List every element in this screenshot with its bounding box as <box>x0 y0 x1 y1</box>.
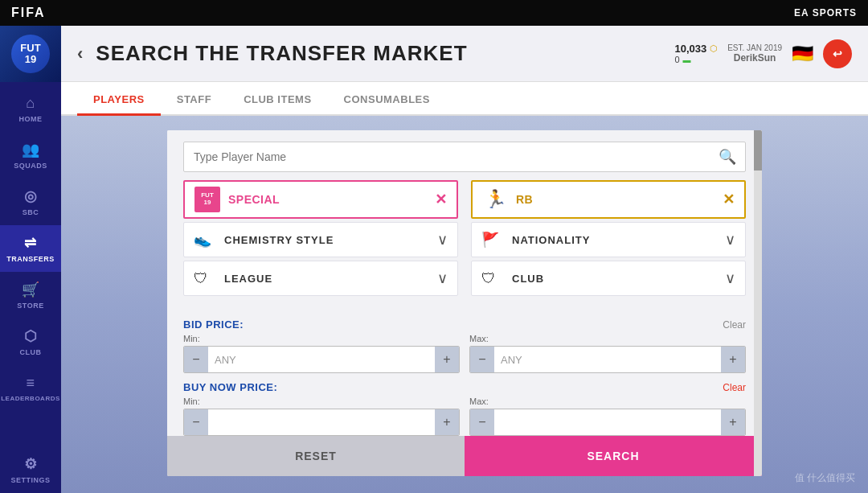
chemistry-style-filter[interactable]: 👟 CHEMISTRY STYLE ∨ <box>183 222 458 257</box>
sidebar-item-home[interactable]: ⌂ HOME <box>0 85 61 132</box>
balance-icon: ▬ <box>683 55 691 64</box>
flag-icon: 🇩🇪 <box>792 43 813 64</box>
quality-label: SPECIAL <box>228 193 280 206</box>
bid-price-max-stepper: − + <box>469 346 746 373</box>
right-filter-col: 🏃 RB ✕ 🚩 NATIONALITY ∨ 🛡 <box>465 180 746 312</box>
buy-now-price-max-stepper: − + <box>469 409 746 436</box>
username: DerikSun <box>727 52 782 64</box>
league-filter[interactable]: 🛡 LEAGUE ∨ <box>183 261 458 296</box>
buy-now-price-min-stepper: − + <box>183 409 460 436</box>
home-icon: ⌂ <box>26 95 35 112</box>
tabs-bar: PLAYERS STAFF CLUB ITEMS CONSUMABLES <box>61 82 868 116</box>
sidebar-item-sbc-label: SBC <box>23 208 39 216</box>
chemistry-style-chevron-icon: ∨ <box>437 231 448 249</box>
tab-club-items[interactable]: CLUB ITEMS <box>227 93 327 116</box>
panel-scrollbar[interactable] <box>754 130 762 476</box>
fut-logo: FUT 19 <box>11 35 50 73</box>
main-layout: FUT 19 ⌂ HOME 👥 SQUADS ◎ SBC ⇌ TRANSFERS… <box>0 26 868 493</box>
buy-now-price-min-decrease-button[interactable]: − <box>184 409 208 435</box>
bid-price-min-stepper: − + <box>183 346 460 373</box>
position-close-icon[interactable]: ✕ <box>723 191 735 208</box>
quality-selector[interactable]: FUT 19 SPECIAL ✕ <box>183 180 458 219</box>
sidebar-item-leaderboards-label: LEADERBOARDS <box>1 395 60 402</box>
bid-price-min-group: Min: − + <box>183 334 460 373</box>
est-label: EST. JAN 2019 <box>727 43 782 52</box>
quality-icon: FUT 19 <box>194 187 220 212</box>
bid-price-label: BID PRICE: <box>183 318 244 331</box>
search-panel: 🔍 FUT 19 SPECIAL ✕ <box>167 130 762 476</box>
sidebar-item-sbc[interactable]: ◎ SBC <box>0 179 61 225</box>
nationality-icon: 🚩 <box>481 231 504 249</box>
buy-now-price-section: BUY NOW PRICE: Clear Min: − + <box>167 375 762 436</box>
coins-value: 10,033 <box>674 43 706 55</box>
position-selector[interactable]: 🏃 RB ✕ <box>471 180 746 219</box>
buy-now-price-max-decrease-button[interactable]: − <box>470 409 494 435</box>
position-icon: 🏃 <box>482 187 508 212</box>
page-title: SEARCH THE TRANSFER MARKET <box>96 41 674 66</box>
sidebar-item-transfers[interactable]: ⇌ TRANSFERS <box>0 225 61 272</box>
bid-price-clear-button[interactable]: Clear <box>723 319 746 331</box>
bid-price-max-decrease-button[interactable]: − <box>470 347 494 372</box>
buy-now-price-label: BUY NOW PRICE: <box>183 381 277 393</box>
club-icon: ⬡ <box>24 327 38 345</box>
tab-players[interactable]: PLAYERS <box>77 93 161 116</box>
leaderboards-icon: ≡ <box>26 375 35 392</box>
player-name-section: 🔍 <box>167 130 762 180</box>
panel-scrollbar-thumb[interactable] <box>754 130 762 170</box>
buy-now-price-min-label: Min: <box>183 396 460 406</box>
buy-now-price-max-label: Max: <box>469 396 746 406</box>
bid-price-inputs: Min: − + Max: − + <box>183 334 746 373</box>
est-info: EST. JAN 2019 DerikSun <box>727 43 782 64</box>
content-area: ‹ SEARCH THE TRANSFER MARKET 10,033 ⬡ 0 … <box>61 26 868 493</box>
club-filter[interactable]: 🛡 CLUB ∨ <box>471 261 746 296</box>
sidebar-item-club[interactable]: ⬡ CLUB <box>0 318 61 365</box>
buy-now-price-min-input[interactable] <box>208 417 435 429</box>
quality-close-icon[interactable]: ✕ <box>435 191 447 208</box>
filters-area: FUT 19 SPECIAL ✕ 👟 CHEMISTRY STYLE ∨ <box>167 180 762 312</box>
sidebar-item-squads[interactable]: 👥 SQUADS <box>0 132 61 179</box>
back-button[interactable]: ‹ <box>77 43 83 64</box>
nationality-chevron-icon: ∨ <box>725 231 735 249</box>
reset-button[interactable]: Reset <box>167 436 465 476</box>
bid-price-max-increase-button[interactable]: + <box>721 347 745 372</box>
sidebar: FUT 19 ⌂ HOME 👥 SQUADS ◎ SBC ⇌ TRANSFERS… <box>0 26 61 493</box>
bid-price-min-input[interactable] <box>208 354 435 366</box>
notification-button[interactable]: ↩ <box>823 39 852 68</box>
sidebar-logo: FUT 19 <box>0 26 61 82</box>
bid-price-header: BID PRICE: Clear <box>183 318 746 331</box>
buy-now-price-clear-button[interactable]: Clear <box>723 382 746 393</box>
chemistry-style-icon: 👟 <box>194 231 216 249</box>
settings-icon: ⚙ <box>24 455 38 473</box>
coins-icon: ⬡ <box>710 43 718 54</box>
bid-price-min-increase-button[interactable]: + <box>435 347 459 372</box>
sidebar-item-club-label: CLUB <box>20 348 42 356</box>
sidebar-item-transfers-label: TRANSFERS <box>6 255 55 263</box>
top-bar: FIFA EA SPORTS <box>0 0 868 26</box>
bid-price-min-label: Min: <box>183 334 460 343</box>
player-name-input[interactable] <box>183 142 746 172</box>
bid-price-max-group: Max: − + <box>469 334 746 373</box>
sidebar-item-store-label: STORE <box>17 302 43 310</box>
nationality-filter[interactable]: 🚩 NATIONALITY ∨ <box>471 222 746 257</box>
left-filter-col: FUT 19 SPECIAL ✕ 👟 CHEMISTRY STYLE ∨ <box>183 180 465 312</box>
coins-info: 10,033 ⬡ 0 ▬ <box>674 43 718 64</box>
sidebar-item-store[interactable]: 🛒 STORE <box>0 272 61 318</box>
search-button[interactable]: Search <box>465 436 762 476</box>
nationality-label: NATIONALITY <box>512 234 725 246</box>
tab-staff[interactable]: STAFF <box>161 93 227 116</box>
bid-price-max-input[interactable] <box>494 354 721 366</box>
buy-now-price-max-increase-button[interactable]: + <box>721 409 745 435</box>
watermark: 值 什么值得买 <box>795 471 855 485</box>
sidebar-item-leaderboards[interactable]: ≡ LEADERBOARDS <box>0 365 61 412</box>
bottom-buttons: Reset Search <box>167 436 762 476</box>
buy-now-price-max-input[interactable] <box>494 417 721 429</box>
bid-price-min-decrease-button[interactable]: − <box>184 347 208 372</box>
position-label: RB <box>516 193 533 206</box>
tab-consumables[interactable]: CONSUMABLES <box>328 93 446 116</box>
buy-now-price-min-increase-button[interactable]: + <box>435 409 459 435</box>
bid-price-section: BID PRICE: Clear Min: − + <box>167 312 762 373</box>
sidebar-item-settings[interactable]: ⚙ SETTINGS <box>0 446 61 493</box>
club-filter-icon: 🛡 <box>481 270 504 287</box>
transfers-icon: ⇌ <box>24 234 37 252</box>
sidebar-item-squads-label: SQUADS <box>14 162 47 170</box>
